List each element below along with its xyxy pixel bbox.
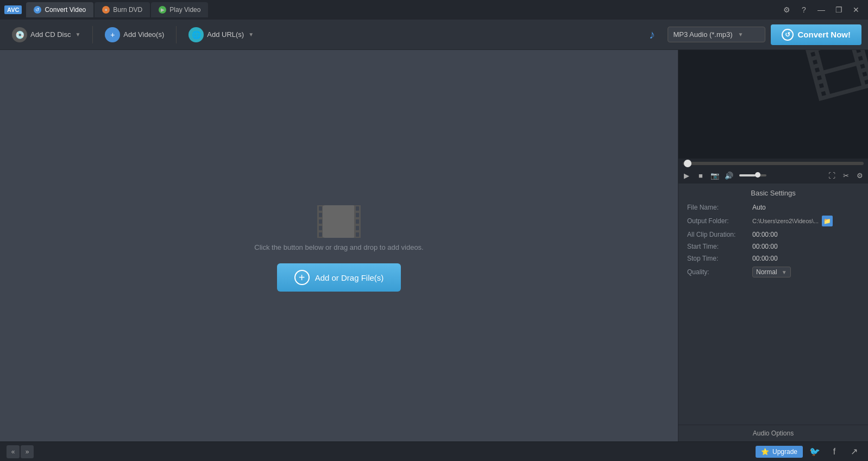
twitter-button[interactable]: 🐦	[807, 444, 822, 459]
add-url-button[interactable]: 🌐 Add URL(s) ▼	[183, 24, 259, 46]
volume-fill	[739, 174, 756, 176]
all-clip-duration-label: All Clip Duration:	[687, 231, 752, 238]
add-or-drag-files-button[interactable]: + Add or Drag File(s)	[277, 263, 401, 292]
stop-button[interactable]: ■	[695, 169, 707, 181]
convert-now-label: Convert Now!	[798, 30, 851, 39]
screenshot-button[interactable]: 📷	[709, 169, 721, 181]
toolbar-separator-1	[92, 26, 93, 43]
main-layout: Click the button below or drag and drop …	[0, 50, 868, 441]
bottom-bar: « » ⭐ Upgrade 🐦 f ↗	[0, 441, 868, 461]
burn-dvd-tab-label: Burn DVD	[113, 6, 142, 14]
bottom-right: ⭐ Upgrade 🐦 f ↗	[756, 444, 861, 459]
output-folder-label: Output Folder:	[687, 217, 752, 225]
settings2-button[interactable]: ⚙	[854, 169, 866, 181]
output-folder-row: Output Folder: C:\Users\zero2\Videos\...…	[687, 216, 859, 226]
audio-options-label: Audio Options	[687, 430, 859, 437]
progress-thumb[interactable]	[684, 160, 691, 167]
quality-dropdown-icon: ▼	[782, 269, 787, 275]
volume-slider[interactable]	[739, 174, 766, 176]
stop-time-row: Stop Time: 00:00:00	[687, 255, 859, 262]
convert-now-icon: ↺	[782, 29, 794, 41]
start-time-value: 00:00:00	[752, 243, 859, 250]
toolbar-right: ♪ MP3 Audio (*.mp3) ▼ ↺ Convert Now!	[643, 24, 862, 45]
all-clip-duration-value: 00:00:00	[752, 231, 859, 238]
restore-button[interactable]: ❐	[831, 2, 846, 17]
quality-row: Quality: Normal ▼	[687, 267, 859, 277]
add-cd-label: Add CD Disc	[30, 30, 71, 39]
preview-area: 🎞	[678, 50, 868, 159]
right-panel: 🎞 ▶ ■ 📷 🔊 ⛶ ✂ ⚙ Basic Settings	[678, 50, 868, 441]
progress-track[interactable]	[683, 162, 864, 165]
crop-button[interactable]: ✂	[840, 169, 852, 181]
start-time-label: Start Time:	[687, 243, 752, 250]
cd-disc-icon: 💿	[12, 27, 27, 42]
file-name-label: File Name:	[687, 204, 752, 211]
add-video-button[interactable]: + Add Video(s)	[99, 24, 169, 46]
file-name-value: Auto	[752, 204, 859, 211]
empty-state-icon	[317, 200, 361, 243]
start-time-row: Start Time: 00:00:00	[687, 243, 859, 250]
film-hole	[319, 219, 322, 224]
tab-convert-video[interactable]: ↺ Convert Video	[26, 2, 93, 17]
stop-time-value: 00:00:00	[752, 255, 859, 262]
playback-controls: ▶ ■ 📷 🔊 ⛶ ✂ ⚙	[678, 167, 868, 184]
app-logo: AVC	[4, 5, 22, 14]
film-hole	[356, 206, 359, 211]
audio-options-footer: Audio Options	[678, 425, 868, 441]
nav-left-button[interactable]: «	[7, 445, 20, 458]
browse-folder-button[interactable]: 📁	[822, 216, 833, 226]
burn-dvd-tab-icon: ●	[102, 6, 110, 14]
tab-play-video[interactable]: ▶ Play Video	[151, 2, 208, 17]
tab-burn-dvd[interactable]: ● Burn DVD	[95, 2, 150, 17]
settings-button[interactable]: ⚙	[779, 2, 794, 17]
upgrade-label: Upgrade	[772, 448, 797, 456]
drop-hint-text: Click the button below or drag and drop …	[254, 243, 423, 251]
film-hole	[319, 226, 322, 230]
film-hole	[356, 213, 359, 217]
title-bar: AVC ↺ Convert Video ● Burn DVD ▶ Play Vi…	[0, 0, 868, 20]
quality-label: Quality:	[687, 268, 752, 276]
add-url-label: Add URL(s)	[207, 30, 244, 39]
film-hole	[356, 226, 359, 230]
toolbar: 💿 Add CD Disc ▼ + Add Video(s) 🌐 Add URL…	[0, 20, 868, 50]
minimize-button[interactable]: —	[814, 2, 829, 17]
volume-button[interactable]: 🔊	[723, 169, 735, 181]
content-area[interactable]: Click the button below or drag and drop …	[0, 50, 678, 441]
play-button[interactable]: ▶	[681, 169, 693, 181]
upgrade-button[interactable]: ⭐ Upgrade	[756, 446, 803, 458]
add-cd-disc-button[interactable]: 💿 Add CD Disc ▼	[7, 24, 86, 46]
play-video-tab-icon: ▶	[159, 6, 166, 14]
upgrade-icon: ⭐	[761, 448, 769, 456]
add-plus-icon: +	[294, 270, 310, 285]
add-files-label: Add or Drag File(s)	[315, 273, 384, 282]
film-hole	[319, 232, 322, 237]
file-name-row: File Name: Auto	[687, 204, 859, 211]
facebook-button[interactable]: f	[827, 444, 842, 459]
convert-video-tab-icon: ↺	[34, 6, 41, 14]
audio-format-icon: ♪	[643, 25, 662, 45]
fullscreen-button[interactable]: ⛶	[826, 169, 838, 181]
playback-bar	[678, 159, 868, 167]
window-controls: ⚙ ? — ❐ ✕	[779, 0, 864, 20]
quality-select[interactable]: Normal ▼	[752, 267, 791, 277]
format-dropdown-icon: ▼	[738, 31, 744, 37]
add-url-dropdown-icon: ▼	[248, 31, 254, 37]
format-selector[interactable]: MP3 Audio (*.mp3) ▼	[668, 27, 765, 42]
help-button[interactable]: ?	[796, 2, 812, 17]
play-video-tab-label: Play Video	[169, 6, 200, 14]
film-hole	[319, 213, 322, 217]
film-body	[323, 205, 355, 238]
stop-time-label: Stop Time:	[687, 255, 752, 262]
convert-now-button[interactable]: ↺ Convert Now!	[771, 24, 862, 45]
add-video-label: Add Video(s)	[123, 30, 164, 39]
nav-arrows: « »	[7, 445, 34, 458]
share-button[interactable]: ↗	[846, 444, 861, 459]
add-video-icon: +	[105, 27, 120, 42]
settings-panel: Basic Settings File Name: Auto Output Fo…	[678, 184, 868, 425]
nav-right-button[interactable]: »	[21, 445, 34, 458]
output-folder-value-group: C:\Users\zero2\Videos\... 📁	[752, 216, 859, 226]
add-url-icon: 🌐	[188, 27, 204, 42]
close-button[interactable]: ✕	[848, 2, 864, 17]
film-hole	[319, 206, 322, 211]
toolbar-separator-2	[176, 26, 177, 43]
